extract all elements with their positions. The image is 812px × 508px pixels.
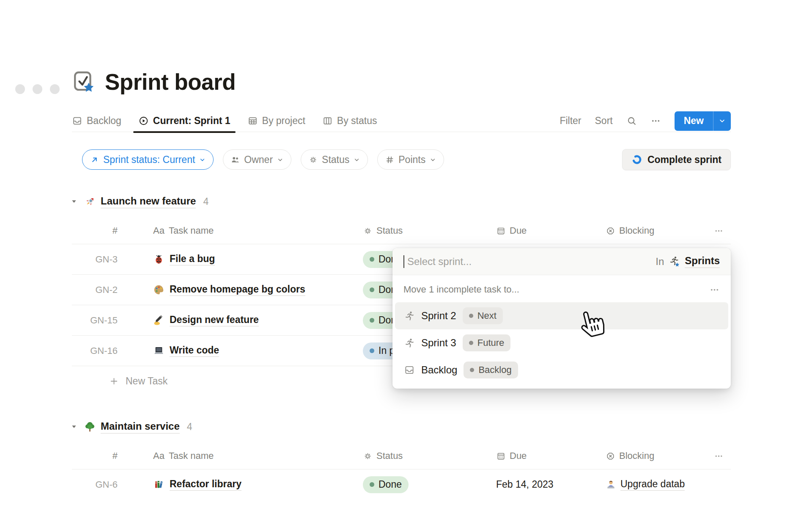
- blocking-task-link[interactable]: Upgrade datab: [620, 478, 685, 491]
- column-header-due[interactable]: Due: [496, 450, 606, 461]
- window-dot-zoom[interactable]: [50, 84, 60, 94]
- column-header-status[interactable]: Status: [363, 450, 496, 461]
- column-header-blocking[interactable]: Blocking: [606, 450, 714, 461]
- chip-label: Status: [322, 154, 349, 166]
- column-header-due[interactable]: Due: [496, 225, 606, 236]
- plus-icon: [109, 376, 119, 386]
- tree-icon: [84, 421, 96, 433]
- task-name-link[interactable]: Remove homepage bg colors: [170, 284, 305, 296]
- sprint-option-sprint-3[interactable]: Sprint 3Future: [395, 329, 728, 356]
- spinner-icon: [363, 451, 373, 461]
- scope-prefix: In: [656, 256, 664, 268]
- arrow-up-right-icon: [90, 155, 99, 165]
- section-header: Launch new feature4: [70, 194, 731, 209]
- sort-button[interactable]: Sort: [595, 115, 613, 127]
- task-name-link[interactable]: Write code: [170, 345, 219, 357]
- status-dot: [370, 287, 374, 292]
- filter-button[interactable]: Filter: [560, 115, 581, 127]
- table-header-row: #AaTask nameStatusDueBlocking: [72, 218, 731, 244]
- new-button-dropdown-icon[interactable]: [713, 111, 731, 131]
- writing-hand-icon: [153, 315, 165, 326]
- sprint-option-backlog[interactable]: BacklogBacklog: [395, 356, 728, 384]
- filter-chip-sprint-status-current[interactable]: Sprint status: Current: [82, 149, 214, 170]
- backlog-icon: [404, 364, 415, 375]
- calendar-icon: [496, 226, 506, 236]
- filter-chip-status[interactable]: Status: [301, 149, 368, 170]
- task-name-link[interactable]: File a bug: [170, 253, 215, 265]
- people-icon: [230, 155, 240, 165]
- tab-backlog[interactable]: Backlog: [72, 110, 121, 132]
- board-icon: [322, 116, 333, 126]
- section-header: Maintain service4: [70, 419, 731, 434]
- sprint-search-input[interactable]: Select sprint... In Sprints: [392, 248, 731, 275]
- task-name-cell[interactable]: Write code: [118, 345, 363, 357]
- filter-chip-points[interactable]: Points: [377, 149, 444, 170]
- section-title-link[interactable]: Launch new feature: [101, 195, 196, 208]
- play-circle-icon: [138, 116, 149, 126]
- filter-chip-owner[interactable]: Owner: [223, 149, 291, 170]
- laptop-icon: [153, 345, 165, 356]
- tab-label: Current: Sprint 1: [153, 115, 230, 127]
- view-tabs: BacklogCurrent: Sprint 1By projectBy sta…: [72, 110, 377, 132]
- bug-icon: [153, 254, 165, 265]
- task-id: GN-3: [72, 254, 118, 265]
- sprint-option-sprint-2[interactable]: Sprint 2Next: [395, 302, 728, 329]
- status-dot: [370, 257, 374, 262]
- task-due-cell[interactable]: Feb 14, 2023: [496, 479, 606, 490]
- tab-current-sprint-1[interactable]: Current: Sprint 1: [138, 110, 230, 132]
- column-header-status[interactable]: Status: [363, 225, 496, 236]
- task-name-link[interactable]: Design new feature: [170, 314, 259, 326]
- window-dot-close[interactable]: [15, 84, 25, 94]
- tab-by-status[interactable]: By status: [322, 110, 377, 132]
- sprint-status-badge: Backlog: [464, 362, 518, 378]
- column-header-task-name-label: Task name: [169, 225, 214, 236]
- new-button: New: [675, 111, 731, 131]
- section-count: 4: [187, 421, 192, 433]
- status-badge[interactable]: Done: [363, 476, 409, 493]
- table-row[interactable]: GN-6Refactor libraryDoneFeb 14, 2023Upgr…: [72, 469, 731, 500]
- task-status-cell[interactable]: Done: [363, 476, 496, 493]
- column-header-task-name[interactable]: AaTask name: [118, 450, 363, 461]
- chip-label: Sprint status: Current: [103, 154, 195, 166]
- more-options-icon[interactable]: [650, 116, 661, 126]
- window-dot-minimize[interactable]: [33, 84, 42, 94]
- column-header-blocking[interactable]: Blocking: [606, 225, 714, 236]
- task-name-cell[interactable]: Design new feature: [118, 314, 363, 326]
- column-header-more[interactable]: [714, 226, 731, 236]
- popup-more-icon[interactable]: [709, 284, 720, 295]
- collapse-triangle-icon[interactable]: [70, 423, 78, 431]
- section-title-link[interactable]: Maintain service: [101, 420, 180, 433]
- chevron-down-icon: [277, 156, 284, 163]
- sprint-option-label: Sprint 2: [421, 310, 456, 322]
- view-tab-bar: BacklogCurrent: Sprint 1By projectBy sta…: [72, 110, 731, 132]
- popup-heading: Move 1 incomplete task to...: [403, 284, 519, 295]
- task-name-link[interactable]: Refactor library: [170, 478, 241, 491]
- task-name-cell[interactable]: File a bug: [118, 253, 363, 265]
- status-dot: [370, 348, 374, 353]
- badge-dot: [469, 314, 473, 318]
- page-icon-checkbox-star[interactable]: [72, 70, 96, 94]
- runner-icon: [404, 337, 415, 348]
- new-button-label[interactable]: New: [675, 111, 713, 131]
- task-name-cell[interactable]: Remove homepage bg colors: [118, 284, 363, 296]
- text-type-icon: Aa: [153, 450, 165, 461]
- tab-label: By project: [262, 115, 305, 127]
- search-icon[interactable]: [626, 116, 637, 126]
- sprints-database-link[interactable]: Sprints: [685, 255, 720, 268]
- task-name-cell[interactable]: Refactor library: [118, 478, 363, 491]
- page-title[interactable]: Sprint board: [105, 69, 236, 95]
- badge-label: Backlog: [478, 364, 511, 375]
- task-blocking-cell[interactable]: Upgrade datab: [606, 478, 714, 491]
- spinner-icon: [363, 226, 373, 236]
- column-header-more[interactable]: [714, 451, 731, 461]
- column-header-task-name[interactable]: AaTask name: [118, 225, 363, 236]
- tab-by-project[interactable]: By project: [247, 110, 305, 132]
- badge-label: Future: [477, 337, 505, 348]
- column-header-status-label: Status: [376, 225, 403, 236]
- text-caret: [403, 255, 404, 268]
- search-scope: In Sprints: [656, 255, 720, 268]
- column-header-id[interactable]: #: [72, 450, 118, 461]
- column-header-id[interactable]: #: [72, 225, 118, 236]
- collapse-triangle-icon[interactable]: [70, 198, 78, 205]
- complete-sprint-button[interactable]: Complete sprint: [622, 149, 731, 170]
